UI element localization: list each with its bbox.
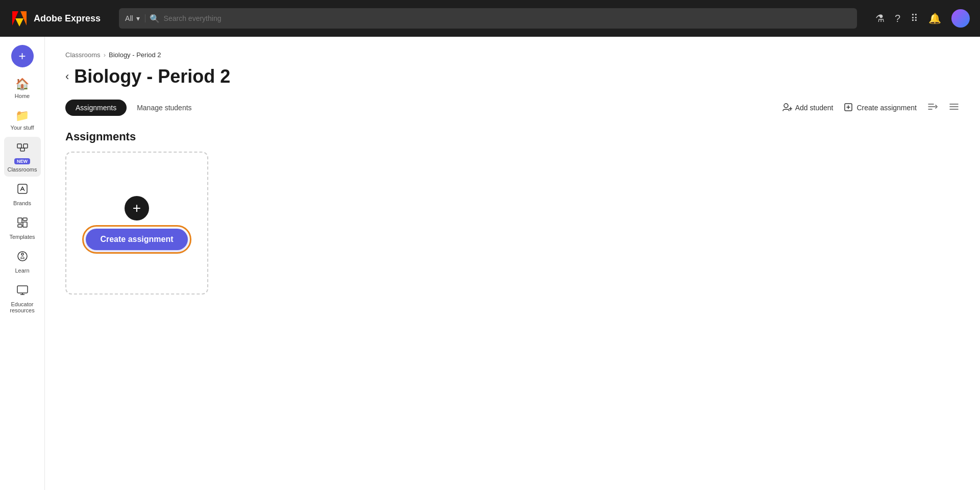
top-navigation: Adobe Express All ▾ 🔍 ⚗ ? ⠿ 🔔: [0, 0, 980, 37]
svg-point-18: [784, 104, 788, 108]
sidebar-item-classrooms[interactable]: NEW Classrooms: [4, 137, 41, 177]
nav-icons-group: ⚗ ? ⠿ 🔔: [875, 9, 970, 28]
svg-rect-10: [23, 218, 27, 220]
breadcrumb: Classrooms › Biology - Period 2: [65, 51, 960, 59]
create-assignment-card[interactable]: + Create assignment: [65, 152, 208, 295]
folder-icon: 📁: [15, 109, 29, 122]
sidebar-item-learn[interactable]: Learn: [4, 246, 41, 278]
assignments-section-title: Assignments: [65, 130, 960, 143]
notifications-icon[interactable]: 🔔: [928, 12, 941, 24]
templates-icon: [16, 216, 29, 232]
chevron-down-icon: ▾: [136, 14, 140, 22]
educator-resources-icon: [16, 284, 29, 299]
page-title: Biology - Period 2: [74, 66, 230, 87]
search-icon: 🔍: [150, 14, 160, 23]
sidebar-item-brands[interactable]: Brands: [4, 179, 41, 210]
main-layout: + 🏠 Home 📁 Your stuff NEW Classrooms: [0, 37, 980, 490]
tabs-row: Assignments Manage students Add student: [65, 100, 960, 116]
create-assignment-card-button[interactable]: Create assignment: [86, 229, 187, 250]
sort-button[interactable]: [927, 101, 938, 115]
breadcrumb-separator: ›: [104, 51, 106, 59]
back-button[interactable]: ‹: [65, 70, 69, 83]
avatar[interactable]: [951, 9, 970, 28]
logo-area[interactable]: Adobe Express: [10, 9, 101, 28]
view-toggle-button[interactable]: [948, 101, 960, 115]
svg-rect-9: [18, 218, 22, 223]
new-badge: NEW: [14, 158, 30, 164]
svg-marker-3: [15, 18, 23, 27]
tab-actions: Add student Create assignment: [782, 101, 960, 115]
sidebar-item-your-stuff[interactable]: 📁 Your stuff: [4, 105, 41, 135]
sidebar-item-home[interactable]: 🏠 Home: [4, 74, 41, 103]
breadcrumb-current: Biology - Period 2: [109, 51, 161, 59]
svg-rect-12: [18, 225, 22, 227]
brands-icon: [16, 183, 29, 198]
tabs-group: Assignments Manage students: [65, 100, 202, 116]
flask-icon[interactable]: ⚗: [875, 12, 885, 24]
svg-rect-7: [18, 184, 27, 193]
create-assignment-icon: [843, 102, 853, 114]
svg-rect-4: [17, 144, 21, 148]
tab-manage-students[interactable]: Manage students: [127, 100, 202, 116]
app-name: Adobe Express: [34, 13, 101, 24]
create-fab[interactable]: +: [11, 45, 34, 67]
breadcrumb-classrooms-link[interactable]: Classrooms: [65, 51, 101, 59]
sidebar-item-templates[interactable]: Templates: [4, 212, 41, 244]
adobe-logo-icon: [10, 9, 29, 28]
add-student-button[interactable]: Add student: [782, 102, 834, 114]
main-content: Classrooms › Biology - Period 2 ‹ Biolog…: [45, 37, 980, 490]
search-bar[interactable]: All ▾ 🔍: [119, 8, 857, 29]
svg-rect-15: [17, 286, 28, 293]
svg-rect-5: [23, 144, 28, 148]
home-icon: 🏠: [15, 78, 29, 91]
page-header: ‹ Biology - Period 2: [65, 66, 960, 87]
create-assignment-header-button[interactable]: Create assignment: [843, 102, 917, 114]
tab-assignments[interactable]: Assignments: [65, 100, 127, 116]
search-filter-dropdown[interactable]: All ▾: [125, 14, 145, 22]
search-input[interactable]: [164, 14, 851, 22]
add-student-label: Add student: [795, 104, 834, 112]
learn-icon: [16, 250, 29, 265]
create-assignment-header-label: Create assignment: [856, 104, 917, 112]
sidebar: + 🏠 Home 📁 Your stuff NEW Classrooms: [0, 37, 45, 490]
svg-rect-6: [20, 148, 24, 151]
add-student-icon: [782, 102, 792, 114]
help-icon[interactable]: ?: [895, 13, 900, 24]
svg-rect-11: [23, 222, 27, 227]
apps-icon[interactable]: ⠿: [911, 12, 918, 24]
classrooms-icon: [16, 141, 29, 156]
assignments-grid: + Create assignment: [65, 152, 960, 295]
card-plus-icon: +: [125, 196, 149, 220]
sidebar-item-educator-resources[interactable]: Educator resources: [4, 280, 41, 317]
svg-point-14: [21, 253, 23, 255]
